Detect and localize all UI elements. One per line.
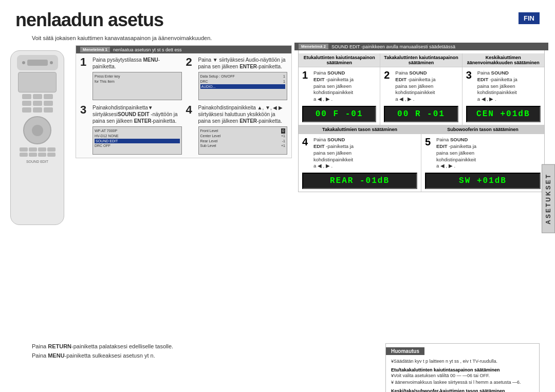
remote-small-btn-3[interactable] <box>38 147 46 152</box>
col5: Subowooferin tason säätäminen 5 Paina SO… <box>421 125 544 192</box>
remote-dpad[interactable] <box>23 116 51 144</box>
step2-right-text: Paina SOUNDEDIT -painiketta japaina sen … <box>395 70 435 103</box>
step2-text: Paina ▼ siirtyäksesi Audio-näyttöön ja p… <box>198 57 288 100</box>
remote-small-btn-1[interactable] <box>20 147 28 152</box>
step4-num: 4 <box>186 104 195 116</box>
method2-num: Menetelmä 2 <box>299 44 328 49</box>
remote-small-btn-7[interactable] <box>38 153 46 157</box>
col5-content: 5 Paina SOUNDEDIT -painiketta japaina se… <box>421 134 544 192</box>
method1-num: Menetelmä 1 <box>80 47 110 52</box>
remote-button-grid <box>22 94 53 113</box>
remote-small-btn-2[interactable] <box>29 147 37 152</box>
remote-small-btn-4[interactable] <box>47 147 55 152</box>
display5: SW +01dB <box>425 173 541 189</box>
col1-header: Etukaluttinten kaiutintasapainon säätämi… <box>299 53 380 67</box>
remote-btn-2[interactable] <box>33 94 42 99</box>
remote-dot-2 <box>50 61 53 64</box>
col4: Takakaluttimien tason säätäminen 4 Paina… <box>299 125 421 192</box>
display1: 00 F -01 <box>302 106 376 122</box>
col3: Keskikaiuttimen äänenvoimakkuuden säätäm… <box>462 53 544 125</box>
remote-btn-4[interactable] <box>22 101 31 106</box>
display2: 00 R -01 <box>384 106 458 122</box>
note-box: Huomautus ¥Säädätän kyv t p laitteen n y… <box>385 343 540 392</box>
main-content: SOUND EDIT Menetelmä 1 nenlaatua asetusn… <box>0 45 555 338</box>
note-header: Huomautus <box>386 347 424 355</box>
remote-small-btn-6[interactable] <box>29 153 37 157</box>
screen4-row2: Center Level+1 <box>200 134 286 139</box>
remote-btn-5[interactable] <box>33 101 42 106</box>
step5-right-text: Paina SOUNDEDIT -painiketta japaina sen … <box>436 137 476 170</box>
screen2-row2: DRC1 <box>200 79 286 84</box>
step2-screen: Data Setup : ON/OFF1 DRC1 AUDIO... <box>198 72 288 100</box>
menu-text: Paina MENU-painiketta sulkeaksesi asetus… <box>32 352 370 359</box>
method2-top-cols: Etukaluttinten kaiutintasapainon säätämi… <box>299 53 544 125</box>
note-line1: ¥Säädätän kyv t p laitteen n yt ss , eiv… <box>391 358 534 365</box>
screen3-highlight: SOUND EDIT <box>95 139 180 144</box>
step1-right-num: 1 <box>302 70 310 80</box>
col4-content: 4 Paina SOUNDEDIT -painiketta japaina se… <box>299 134 421 192</box>
screen4-row4: Sub Level+1 <box>200 143 286 148</box>
screen4-row3: Rear Level-1 <box>200 139 286 144</box>
col2-content: 2 Paina SOUNDEDIT -painiketta japaina se… <box>380 67 461 125</box>
remote-top <box>17 55 58 70</box>
method2-box: Menetelmä 2 SOUND EDIT -painikkeen avull… <box>298 45 545 192</box>
remote-bottom-buttons <box>20 147 55 157</box>
step1-right-text: Paina SOUNDEDIT -painiketta japaina sen … <box>313 70 354 103</box>
methods-section: Menetelmä 1 nenlaatua asetusn yt st s de… <box>76 45 292 338</box>
method1-title: nenlaatua asetusn yt st s dett ess <box>113 47 182 52</box>
remote-screen <box>18 72 57 92</box>
remote-btn-3[interactable] <box>44 94 53 99</box>
step2-right: 2 Paina SOUNDEDIT -painiketta japaina se… <box>384 70 458 103</box>
screen3-row3: DRC OFF <box>95 143 180 148</box>
step5-right-num: 5 <box>425 137 433 147</box>
remote-btn-1[interactable] <box>22 94 31 99</box>
step4-text: Painakohdistinpainikkeita ▲, ▼, ◀ ▶ siir… <box>198 104 288 155</box>
bottom-right: Huomautus ¥Säädätän kyv t p laitteen n y… <box>385 343 540 392</box>
method1-steps: 1 Paina pysäytystilassa MENU-painiketta.… <box>80 57 287 155</box>
method1-step4: 4 Painakohdistinpainikkeita ▲, ▼, ◀ ▶ si… <box>186 104 288 155</box>
step5-right: 5 Paina SOUNDEDIT -painiketta japaina se… <box>425 137 541 170</box>
remote-small-btn-8[interactable] <box>47 153 55 157</box>
remote-labels: SOUND EDIT <box>26 160 48 163</box>
method1-step2: 2 Paina ▼ siirtyäksesi Audio-näyttöön ja… <box>186 57 288 100</box>
screen1-row2: for This Item <box>95 79 180 84</box>
step1-num: 1 <box>80 57 89 68</box>
remote-section: SOUND EDIT <box>10 45 69 338</box>
remote-small-btn-5[interactable] <box>20 153 28 157</box>
note-line2: Etu/takakaluttinten kaiutintasapainon sä… <box>391 367 534 372</box>
step1-screen: Press Enter key for This Item <box>92 72 182 100</box>
bottom-section: Paina RETURN-painiketta palataksesi edel… <box>0 338 555 392</box>
remote-btn-8[interactable] <box>33 107 42 113</box>
remote-dpad-center[interactable] <box>32 125 43 136</box>
screen2-row1: Data Setup : ON/OFF1 <box>200 74 286 79</box>
col5-header: Subowooferin tason säätäminen <box>421 125 544 134</box>
remote-btn-7[interactable] <box>22 107 31 113</box>
asetukset-tab: ASETUKSET <box>542 164 555 233</box>
screen1-row1: Press Enter key <box>95 74 180 79</box>
step4-right-num: 4 <box>302 137 310 147</box>
step2-num: 2 <box>186 57 195 68</box>
remote-btn-6[interactable] <box>44 101 53 106</box>
page-header: nenlaadun asetus FIN <box>0 0 555 35</box>
method2-title: SOUND EDIT -painikkeen avulla manuaalise… <box>331 44 455 49</box>
method2-header: Menetelmä 2 SOUND EDIT -painikkeen avull… <box>294 43 548 50</box>
step1-right: 1 Paina SOUNDEDIT -painiketta japaina se… <box>302 70 376 103</box>
note-line5: Keski/taka/subwoofer-kaiuttimien tason s… <box>391 388 534 393</box>
step4-right-text: Paina SOUNDEDIT -painiketta japaina sen … <box>313 137 354 170</box>
method1-header: Menetelmä 1 nenlaatua asetusn yt st s de… <box>76 46 291 53</box>
note-line4: ¥ äänenvoimakkuus laskee siirtyessä si l… <box>391 379 534 386</box>
fin-badge: FIN <box>519 12 540 24</box>
col1-content: 1 Paina SOUNDEDIT -painiketta japaina se… <box>299 67 380 125</box>
col3-content: 3 Paina SOUNDEDIT -painiketta japaina se… <box>462 67 544 125</box>
display4: REAR -01dB <box>302 173 417 189</box>
step3-text: Painakohdistinpainiketta▼ siirtyäksesiSO… <box>92 104 182 155</box>
remote-btn-9[interactable] <box>44 107 53 113</box>
method1-step3: 3 Painakohdistinpainiketta▼ siirtyäksesi… <box>80 104 182 155</box>
return-text: Paina RETURN-painiketta palataksesi edel… <box>32 343 370 349</box>
step3-num: 3 <box>80 104 89 116</box>
page-title: nenlaadun asetus <box>15 9 163 31</box>
col2-header: Takakaluttinten kaiutintasapainon säätäm… <box>380 53 461 67</box>
note-line3: ¥Voit valita asetuksen väliltä 00 — —06 … <box>391 372 534 380</box>
remote-control: SOUND EDIT <box>10 50 64 225</box>
col1: Etukaluttinten kaiutintasapainon säätämi… <box>299 53 380 125</box>
